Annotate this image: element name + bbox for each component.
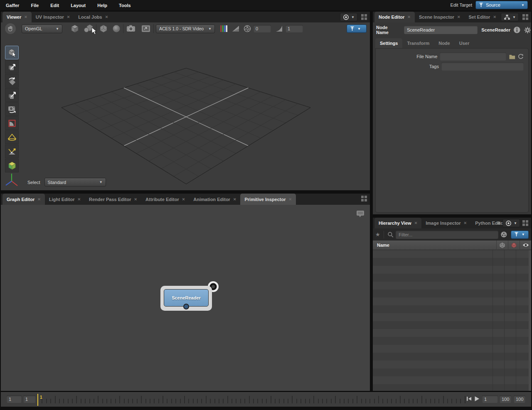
tab-scene-inspector[interactable]: Scene Inspector ✕	[415, 12, 465, 22]
tab-node-editor[interactable]: Node Editor ✕	[374, 12, 415, 22]
close-icon[interactable]: ✕	[105, 15, 108, 19]
tags-input[interactable]	[441, 62, 524, 71]
current-frame-field[interactable]: 1	[482, 395, 498, 403]
menu-gaffer[interactable]: Gaffer	[6, 3, 19, 8]
menu-layout[interactable]: Layout	[71, 3, 86, 8]
clipping-triangle-icon[interactable]	[232, 25, 240, 33]
scene-end-field[interactable]: 100	[514, 395, 525, 403]
close-icon[interactable]: ✕	[289, 197, 292, 201]
node-name-input[interactable]	[404, 26, 478, 34]
folder-browse-icon[interactable]	[509, 54, 516, 60]
renderer-dropdown[interactable]: OpenGL ▼	[22, 25, 62, 33]
playback-end-field[interactable]: 100	[500, 395, 511, 403]
close-icon[interactable]: ✕	[493, 15, 496, 19]
subtab-node[interactable]: Node	[434, 38, 455, 48]
layout-grid-icon[interactable]	[522, 220, 529, 226]
panel-menu-icon[interactable]: ≡	[497, 220, 500, 226]
edit-target-dropdown[interactable]: Source ▼	[475, 1, 528, 9]
viewer-viewport[interactable]: Select Standard ▼	[1, 35, 370, 190]
rotate-tool-button[interactable]	[5, 74, 19, 88]
tab-set-editor[interactable]: Set Editor ✕	[464, 12, 500, 22]
tab-animation-editor[interactable]: Animation Editor ✕	[189, 194, 240, 205]
tab-render-pass-editor[interactable]: Render Pass Editor ✕	[85, 194, 141, 205]
select-tool-button[interactable]	[5, 46, 19, 59]
pin-editor-button[interactable]: ▼	[502, 219, 520, 227]
lighting-sphere-icon[interactable]	[112, 24, 121, 33]
menu-tools[interactable]: Tools	[119, 3, 131, 8]
translate-tool-button[interactable]	[5, 60, 19, 74]
drawing-mode-icon[interactable]	[70, 24, 80, 34]
shading-cube-icon[interactable]	[99, 24, 108, 34]
hierarchy-rows[interactable]	[373, 250, 531, 391]
bookmark-star-icon[interactable]: ★	[375, 231, 380, 238]
exposure-field[interactable]: 0	[254, 25, 271, 32]
collapse-all-icon[interactable]	[500, 231, 507, 238]
image-view-icon[interactable]	[140, 24, 151, 34]
viewer-focus-button[interactable]: ▼	[347, 25, 367, 33]
play-icon[interactable]	[474, 396, 480, 402]
skip-to-start-icon[interactable]	[466, 396, 472, 401]
close-icon[interactable]: ✕	[134, 197, 138, 201]
close-icon[interactable]: ✕	[24, 15, 27, 19]
hierarchy-focus-button[interactable]: ▼	[511, 231, 529, 239]
close-icon[interactable]: ✕	[37, 197, 41, 201]
pin-editor-button[interactable]: ▼	[340, 13, 357, 21]
playback-start-field[interactable]: 1	[23, 395, 36, 403]
follow-node-button[interactable]: ▼	[501, 13, 519, 21]
close-icon[interactable]: ✕	[457, 15, 461, 19]
tab-primitive-inspector[interactable]: Primitive Inspector ✕	[240, 194, 296, 205]
tab-graph-editor[interactable]: Graph Editor ✕	[2, 194, 45, 205]
close-icon[interactable]: ✕	[67, 15, 70, 19]
scale-tool-button[interactable]	[5, 88, 19, 102]
visibility-column-header[interactable]	[520, 241, 531, 250]
subtab-transform[interactable]: Transform	[402, 38, 434, 48]
tab-uv-inspector[interactable]: UV Inspector ✕	[32, 12, 74, 22]
menu-edit[interactable]: Edit	[50, 3, 59, 8]
crop-window-tool-button[interactable]	[5, 116, 19, 130]
graph-canvas[interactable]: SceneReader	[1, 205, 370, 391]
exposure-aperture-icon[interactable]	[243, 25, 251, 33]
display-transform-dropdown[interactable]: ACES 1.0 - SDR Video ▼	[156, 25, 215, 33]
light-tool-button[interactable]	[5, 130, 19, 144]
camera-icon[interactable]	[126, 24, 136, 34]
layout-grid-icon[interactable]	[522, 14, 529, 20]
tab-local-jobs[interactable]: Local Jobs ✕	[74, 12, 112, 22]
tab-hierarchy-view[interactable]: Hierarchy View ✕	[374, 218, 421, 228]
tab-viewer[interactable]: Viewer ✕	[2, 12, 32, 22]
close-icon[interactable]: ✕	[464, 221, 467, 225]
pan-hand-icon[interactable]	[5, 23, 16, 34]
gear-icon[interactable]	[524, 26, 531, 34]
close-icon[interactable]: ✕	[233, 197, 236, 201]
tab-light-editor[interactable]: Light Editor ✕	[45, 194, 85, 205]
gamma-icon[interactable]	[275, 25, 283, 33]
node-output-plug[interactable]	[183, 304, 189, 309]
light-position-tool-button[interactable]	[5, 145, 19, 158]
subtab-user[interactable]: User	[455, 38, 474, 48]
annotation-bubble-icon[interactable]	[355, 209, 365, 219]
layout-grid-icon[interactable]	[361, 14, 367, 20]
refresh-icon[interactable]	[517, 53, 524, 60]
layout-grid-icon[interactable]	[361, 195, 367, 202]
selection-column-header[interactable]	[508, 241, 520, 250]
info-icon[interactable]	[513, 26, 521, 34]
menu-file[interactable]: File	[31, 3, 39, 8]
scene-start-field[interactable]: 1	[7, 395, 22, 403]
current-frame-cursor[interactable]	[37, 394, 38, 406]
subtab-settings[interactable]: Settings	[375, 38, 402, 48]
select-mode-dropdown[interactable]: Standard ▼	[44, 178, 106, 187]
camera-tool-button[interactable]	[5, 102, 19, 116]
menu-help[interactable]: Help	[97, 3, 107, 8]
filter-input[interactable]	[396, 231, 498, 239]
scrollbar-track[interactable]	[529, 250, 531, 391]
channels-icon[interactable]	[220, 25, 228, 33]
visualiser-tool-button[interactable]	[5, 159, 19, 172]
expansion-column-header[interactable]	[496, 241, 508, 250]
close-icon[interactable]: ✕	[78, 197, 81, 201]
gamma-field[interactable]: 1	[286, 25, 303, 32]
file-name-input[interactable]	[440, 52, 506, 61]
scene-reader-node[interactable]: SceneReader	[160, 286, 212, 311]
close-icon[interactable]: ✕	[414, 221, 418, 225]
tab-attribute-editor[interactable]: Attribute Editor ✕	[141, 194, 189, 205]
hierarchy-header[interactable]: Name	[373, 241, 531, 250]
close-icon[interactable]: ✕	[182, 197, 185, 201]
